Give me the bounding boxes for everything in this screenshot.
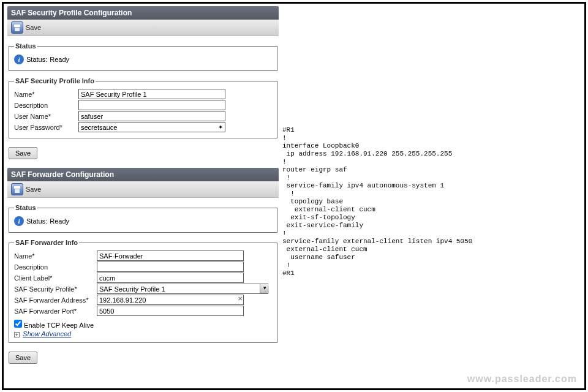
fwd-description-input[interactable]	[97, 262, 244, 272]
fwd-port-input[interactable]	[97, 306, 244, 316]
keepalive-checkbox[interactable]	[14, 320, 22, 328]
section2-header: SAF Forwarder Configuration	[7, 168, 279, 181]
fwd-addr-label: SAF Forwarder Address	[14, 296, 97, 304]
description-input[interactable]	[78, 100, 225, 110]
status-value: Ready	[50, 56, 69, 63]
fwd-addr-input[interactable]	[97, 295, 244, 305]
save-button[interactable]: Save	[9, 352, 37, 364]
section2-toolbar: Save	[7, 181, 279, 198]
name-label: Name	[14, 91, 78, 98]
fwd-name-label: Name	[14, 252, 97, 260]
password-label: User Password	[14, 124, 78, 131]
watermark: www.passleader.com	[467, 374, 577, 385]
password-input[interactable]: secretsauce ✦	[78, 122, 225, 132]
keepalive-label: Enable TCP Keep Alive	[24, 322, 94, 329]
section1-toolbar: Save	[7, 20, 279, 36]
save-button[interactable]: Save	[26, 24, 41, 31]
fwd-name-input[interactable]	[97, 251, 244, 261]
save-button[interactable]: Save	[26, 186, 41, 193]
client-label-input[interactable]	[97, 273, 244, 283]
section2-status-fieldset: Status i Status: Ready	[9, 204, 277, 233]
expand-icon[interactable]: +	[14, 332, 20, 337]
status-value: Ready	[50, 217, 69, 225]
username-input[interactable]	[78, 111, 225, 121]
status-label: Status:	[26, 56, 47, 63]
forwarder-info-legend: SAF Forwarder Info	[14, 239, 79, 246]
section1-status-fieldset: Status i Status: Ready	[9, 42, 277, 71]
status-label: Status:	[26, 217, 47, 225]
info-icon: i	[14, 216, 24, 226]
password-dropdown-icon: ✦	[218, 124, 223, 130]
status-legend: Status	[14, 204, 37, 211]
section1-header: SAF Security Profile Configuration	[7, 6, 279, 20]
router-config-text: #R1 ! interface Loopback0 ip address 192…	[282, 4, 576, 277]
save-icon[interactable]	[11, 21, 23, 34]
client-label-label: Client Label	[14, 274, 97, 282]
show-advanced-link[interactable]: Show Advanced	[23, 330, 71, 337]
section1-info-fieldset: SAF Security Profile Info Name Descripti…	[9, 77, 277, 138]
save-button[interactable]: Save	[9, 147, 37, 159]
name-input[interactable]	[78, 89, 225, 99]
description-label: Description	[14, 102, 78, 109]
username-label: User Name	[14, 113, 78, 120]
profile-info-legend: SAF Security Profile Info	[14, 77, 96, 85]
fwd-description-label: Description	[14, 263, 97, 271]
sec-profile-label: SAF Security Profile	[14, 285, 97, 293]
sec-profile-select[interactable]	[97, 284, 268, 294]
info-icon: i	[14, 55, 24, 64]
save-icon[interactable]	[11, 183, 23, 195]
status-legend: Status	[14, 42, 37, 50]
fwd-port-label: SAF Forwarder Port	[14, 307, 97, 315]
section2-info-fieldset: SAF Forwarder Info Name Description Clie…	[9, 239, 277, 343]
